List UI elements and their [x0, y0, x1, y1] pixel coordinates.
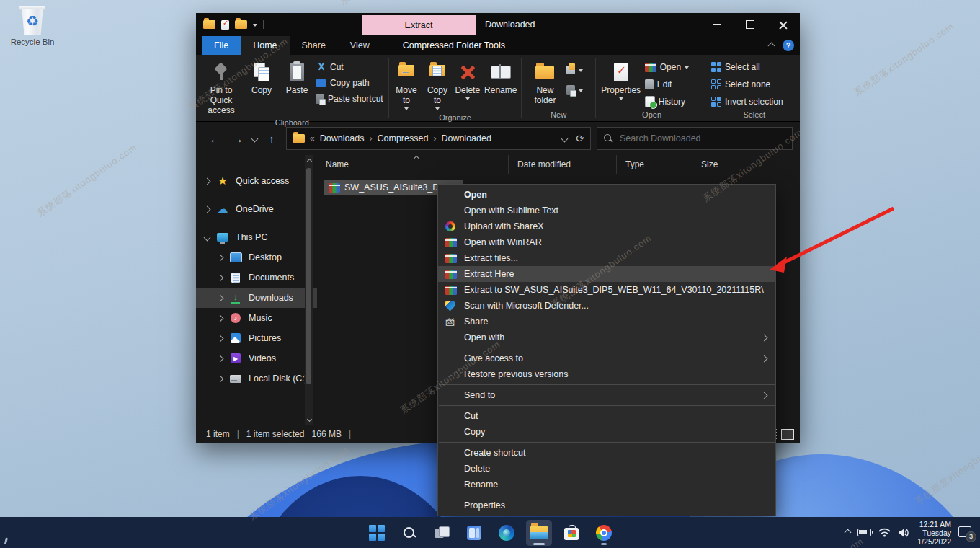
copy-to-button[interactable]: Copy to [422, 58, 452, 112]
tab-view[interactable]: View [338, 36, 382, 55]
collapse-ribbon-icon[interactable] [768, 42, 775, 49]
sidebar-item-this-pc[interactable]: This PC [196, 227, 317, 247]
context-menu-item-delete[interactable]: Delete [438, 461, 775, 477]
context-menu-item-create-shortcut[interactable]: Create shortcut [438, 445, 775, 461]
tab-file[interactable]: File [202, 36, 241, 55]
open-button[interactable]: Open [645, 60, 689, 74]
column-header-name[interactable]: Name [317, 155, 508, 174]
hidden-icons-chevron[interactable] [845, 529, 852, 536]
minimize-button[interactable] [700, 13, 734, 36]
back-button[interactable]: ← [206, 133, 223, 145]
edit-button[interactable]: Edit [645, 77, 689, 92]
qat-customize-caret-icon[interactable] [253, 24, 257, 27]
copy-button[interactable]: Copy [245, 58, 278, 98]
sidebar-item-pictures[interactable]: Pictures [196, 328, 317, 348]
widgets-button[interactable] [461, 520, 487, 546]
tab-home[interactable]: Home [241, 36, 289, 55]
cut-button[interactable]: Cut [316, 60, 383, 74]
recent-locations-icon[interactable] [251, 135, 259, 142]
expand-icon[interactable] [217, 375, 224, 382]
context-menu-item-properties[interactable]: Properties [438, 498, 775, 513]
volume-icon[interactable] [898, 528, 910, 538]
thumbnail-view-button[interactable] [781, 429, 794, 440]
sidebar-item-quick-access[interactable]: ★ Quick access [196, 171, 317, 191]
select-all-button[interactable]: Select all [711, 60, 783, 74]
expand-icon[interactable] [217, 254, 224, 261]
copy-path-button[interactable]: Copy path [316, 76, 383, 90]
sidebar-item-videos[interactable]: ▶ Videos [196, 348, 317, 368]
context-menu-item-rename[interactable]: Rename [438, 477, 775, 492]
properties-button[interactable]: ✓ Properties [599, 58, 643, 102]
paste-shortcut-button[interactable]: Paste shortcut [316, 92, 383, 106]
column-header-type[interactable]: Type [616, 155, 692, 174]
qat-folder-icon[interactable] [203, 20, 215, 29]
qat-properties-icon[interactable]: ✓ [221, 20, 229, 30]
sidebar-item-onedrive[interactable]: ☁ OneDrive [196, 199, 317, 219]
sidebar-item-music[interactable]: ♪ Music [196, 308, 317, 328]
search-input[interactable] [618, 133, 751, 144]
task-view-button[interactable] [429, 520, 455, 546]
refresh-icon[interactable]: ⟳ [576, 133, 584, 144]
context-menu-item-open[interactable]: Open [438, 187, 775, 203]
sidebar-item-local-disk-c[interactable]: Local Disk (C:) [196, 368, 317, 389]
scrollbar-thumb[interactable] [306, 168, 311, 384]
taskbar-search-button[interactable] [396, 520, 422, 546]
pin-to-quick-access-button[interactable]: Pin to Quick access [199, 58, 244, 118]
sidebar-item-desktop[interactable]: Desktop [196, 247, 317, 268]
context-menu-item-extract-to[interactable]: Extract to SW_ASUS_AISuite3_DIP5_WEB_W11… [438, 282, 775, 298]
history-button[interactable]: History [645, 94, 689, 109]
context-menu-item-give-access-to[interactable]: Give access to [438, 350, 775, 366]
start-button[interactable] [364, 520, 390, 546]
expand-icon[interactable] [204, 177, 211, 185]
breadcrumb-overflow[interactable]: « [310, 133, 315, 143]
microsoft-store-button[interactable] [558, 520, 584, 546]
context-menu-item-cut[interactable]: Cut [438, 408, 775, 424]
expand-icon[interactable] [217, 335, 224, 342]
forward-button[interactable]: → [229, 133, 246, 145]
context-menu-item-open-with[interactable]: Open with [438, 330, 775, 345]
context-menu-item-send-to[interactable]: Send to [438, 387, 775, 403]
context-menu-item-copy[interactable]: Copy [438, 424, 775, 440]
sidebar-scrollbar[interactable] [305, 155, 313, 425]
tab-compressed-folder-tools[interactable]: Compressed Folder Tools [391, 36, 517, 55]
invert-selection-button[interactable]: Invert selection [711, 94, 783, 109]
breadcrumb-downloads[interactable]: Downloads [320, 133, 365, 143]
context-menu-item-extract-files[interactable]: Extract files... [438, 250, 775, 266]
expand-icon[interactable] [204, 206, 211, 213]
title-bar[interactable]: ✓ Extract Downloaded [196, 13, 800, 36]
expand-icon[interactable] [217, 294, 224, 301]
context-menu-item-restore-previous-versions[interactable]: Restore previous versions [438, 366, 775, 382]
close-button[interactable] [767, 13, 800, 36]
scroll-up-icon[interactable] [306, 158, 312, 164]
collapse-icon[interactable] [204, 234, 211, 241]
sidebar-item-documents[interactable]: Documents [196, 268, 317, 288]
maximize-button[interactable] [734, 13, 767, 36]
battery-icon[interactable] [858, 529, 871, 536]
expand-icon[interactable] [217, 314, 224, 322]
search-box[interactable] [597, 127, 793, 150]
up-button[interactable]: ↑ [263, 133, 280, 145]
new-folder-button[interactable]: New folder [525, 58, 565, 108]
new-item-button[interactable] [566, 83, 583, 97]
move-to-button[interactable]: ← Move to [391, 58, 421, 112]
chrome-button[interactable] [591, 520, 617, 546]
expand-icon[interactable] [217, 355, 224, 362]
notifications-button[interactable]: 3 [958, 526, 974, 540]
context-menu-item-upload-with-sharex[interactable]: Upload with ShareX [438, 218, 775, 234]
context-menu-item-scan-with-defender[interactable]: Scan with Microsoft Defender... [438, 298, 775, 314]
expand-icon[interactable] [217, 274, 224, 281]
clock[interactable]: 12:21 AM Tuesday 1/25/2022 [917, 520, 951, 546]
wifi-icon[interactable] [878, 528, 891, 537]
scroll-down-icon[interactable] [306, 416, 312, 422]
paste-button[interactable]: Paste [280, 58, 314, 98]
qat-folder2-icon[interactable] [235, 20, 247, 29]
help-button[interactable]: ? [783, 40, 794, 51]
column-header-date-modified[interactable]: Date modified [508, 155, 616, 174]
context-menu-item-share[interactable]: 🖄 Share [438, 314, 775, 330]
delete-button[interactable]: Delete [453, 58, 481, 102]
context-menu-item-open-with-sublime-text[interactable]: Open with Sublime Text [438, 203, 775, 218]
recycle-bin-shortcut[interactable]: ♻ Recycle Bin [7, 4, 58, 46]
edge-button[interactable] [494, 520, 520, 546]
rename-button[interactable]: Rename [483, 58, 518, 98]
sidebar-item-downloads[interactable]: ↓ Downloads [196, 288, 317, 308]
